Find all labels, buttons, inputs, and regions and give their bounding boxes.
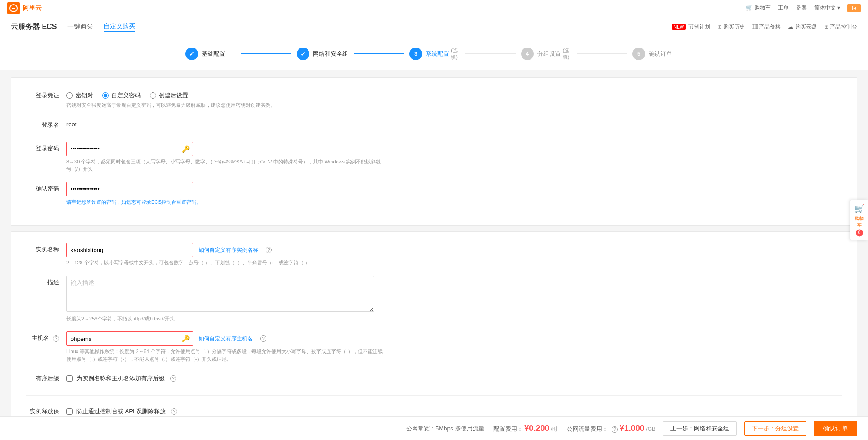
prev-step-button[interactable]: 上一步：网络和安全组 xyxy=(663,421,737,436)
top-nav: 阿里云 🛒 购物车 工单 备案 简体中文 ▾ Ie xyxy=(0,0,868,16)
ordered-suffix-checkbox[interactable] xyxy=(66,375,73,382)
config-fee-unit: /时 xyxy=(551,426,558,432)
step-5-number: 5 xyxy=(637,51,640,57)
hostname-howto-help-icon[interactable]: ? xyxy=(260,335,266,342)
instance-name-input[interactable] xyxy=(66,243,193,257)
login-password-label: 登录密码 xyxy=(26,142,66,153)
tab-custom-buy[interactable]: 自定义购买 xyxy=(104,22,135,32)
secondary-nav-left: 云服务器 ECS 一键购买 自定义购买 xyxy=(11,22,135,32)
confirm-password-content: 请牢记您所设置的密码，如遗忘可登录ECS控制台重置密码。 xyxy=(66,182,842,206)
logo-text: 阿里云 xyxy=(23,4,42,12)
float-cart-badge: 0 xyxy=(856,230,863,237)
history-link[interactable]: ⊙ 购买历史 xyxy=(717,23,745,31)
step-4: 4 分组设置 (选填) xyxy=(521,47,571,61)
login-password-row: 登录密码 🔑 8～30 个字符，必须同时包含三项（大写字母、小写字母、数字、()… xyxy=(26,142,842,173)
network-fee-help-icon[interactable]: ? xyxy=(612,426,618,433)
login-type-radio-group: 密钥对 自定义密码 创建后设置 xyxy=(66,89,842,100)
step-1-circle: ✓ xyxy=(185,48,198,60)
login-credential-content: 密钥对 自定义密码 创建后设置 密钥对安全强度远高于常规自定义密码，可以避免暴力… xyxy=(66,89,842,109)
login-password-wrapper: 🔑 xyxy=(66,142,193,156)
radio-keypair-input[interactable] xyxy=(66,92,73,99)
hostname-row: 主机名 ? 🔑 如何自定义有序主机名 ? Linux 等其他操作系统：长度为 2… xyxy=(26,331,842,363)
order-link[interactable]: 工单 xyxy=(778,4,789,12)
cloud-disk-icon: ☁ xyxy=(788,24,795,30)
bottom-bar: 公网常宽：5Mbps 按使用流量 配置费用： ¥0.200 /时 公网流量费用：… xyxy=(0,416,868,440)
step-4-circle: 4 xyxy=(521,48,534,60)
radio-custom-pwd[interactable]: 自定义密码 xyxy=(102,91,141,100)
step-line-4 xyxy=(577,53,627,54)
login-name-row: 登录名 root xyxy=(26,118,842,133)
confirm-password-hint: 请牢记您所设置的密码，如遗忘可登录ECS控制台重置密码。 xyxy=(66,198,383,206)
confirm-order-button[interactable]: 确认订单 xyxy=(814,421,857,436)
login-name-value: root xyxy=(66,118,842,128)
form-divider xyxy=(26,395,842,396)
login-credential-hint: 密钥对安全强度远高于常规自定义密码，可以避免暴力破解威胁，建议您使用密钥对创建实… xyxy=(66,101,383,109)
login-password-input[interactable] xyxy=(66,142,193,156)
step-3-circle: 3 xyxy=(409,48,422,60)
config-fee-amount: ¥0.200 xyxy=(524,424,549,433)
radio-keypair[interactable]: 密钥对 xyxy=(66,91,93,100)
user-avatar[interactable]: Ie xyxy=(847,4,861,12)
logo[interactable]: 阿里云 xyxy=(7,2,42,14)
secondary-nav-right: NEW 节省计划 ⊙ 购买历史 ▦ 产品价格 ☁ 购买云盘 ⊞ 产品控制台 xyxy=(672,23,857,31)
radio-later-label: 创建后设置 xyxy=(159,91,188,100)
ordered-suffix-help-icon[interactable]: ? xyxy=(170,375,176,382)
cloud-disk-link[interactable]: ☁ 购买云盘 xyxy=(788,23,816,31)
instance-name-howto-link[interactable]: 如何自定义有序实例名称 xyxy=(199,246,258,254)
instance-name-wrapper: 如何自定义有序实例名称 ? xyxy=(66,243,842,257)
hostname-input[interactable] xyxy=(66,331,193,346)
instance-protection-checkbox-item: 防止通过控制台或 API 误删除释放 ? xyxy=(66,405,842,416)
instance-name-label: 实例名称 xyxy=(26,243,66,253)
hostname-key-icon: 🔑 xyxy=(182,335,190,342)
nav-left: 阿里云 xyxy=(7,2,42,14)
step-3-optional: (选填) xyxy=(451,47,460,61)
instance-name-help-icon[interactable]: ? xyxy=(266,247,272,253)
console-icon: ⊞ xyxy=(824,24,830,30)
radio-custom-pwd-input[interactable] xyxy=(102,92,109,99)
step-5-label: 确认订单 xyxy=(649,50,672,58)
login-credential-row: 登录凭证 密钥对 自定义密码 创建后设置 密钥对安全 xyxy=(26,89,842,109)
login-credentials-card: 登录凭证 密钥对 自定义密码 创建后设置 密钥对安全 xyxy=(11,77,857,226)
confirm-password-input[interactable] xyxy=(66,182,193,196)
ordered-suffix-checkbox-item: 为实例名称和主机名添加有序后缀 ? xyxy=(66,372,842,383)
ordered-suffix-row: 有序后缀 为实例名称和主机名添加有序后缀 ? xyxy=(26,372,842,386)
instance-protection-content: 防止通过控制台或 API 误删除释放 ? xyxy=(66,405,842,416)
product-title: 云服务器 ECS xyxy=(11,22,57,32)
key-icon: 🔑 xyxy=(182,145,190,153)
hostname-wrapper: 🔑 如何自定义有序主机名 ? xyxy=(66,331,842,346)
step-3-label: 系统配置 xyxy=(426,50,449,58)
tab-quick-buy[interactable]: 一键购买 xyxy=(67,23,93,32)
steps-container: ✓ 基础配置 ✓ 网络和安全组 3 系统配置 (选填) 4 分组设置 xyxy=(0,38,868,70)
step-5-circle: 5 xyxy=(632,48,645,60)
price-link[interactable]: ▦ 产品价格 xyxy=(752,23,781,31)
main-content: 登录凭证 密钥对 自定义密码 创建后设置 密钥对安全 xyxy=(0,70,868,440)
save-badge: NEW xyxy=(672,24,686,30)
save-plan-link[interactable]: 节省计划 xyxy=(688,24,710,30)
hostname-hint: Linux 等其他操作系统：长度为 2～64 个字符，允许使用点号（.）分隔字符… xyxy=(66,348,383,363)
history-icon: ⊙ xyxy=(717,24,723,30)
instance-protection-help-icon[interactable]: ? xyxy=(171,408,177,415)
backup-link[interactable]: 备案 xyxy=(796,4,807,12)
instance-protection-checkbox[interactable] xyxy=(66,408,73,415)
description-textarea[interactable] xyxy=(66,276,374,312)
lang-select[interactable]: 简体中文 ▾ xyxy=(814,4,840,12)
step-2-label: 网络和安全组 xyxy=(313,50,348,58)
float-cart[interactable]: 🛒 购物车 0 xyxy=(850,199,868,240)
description-content: 长度为2～256个字符，不能以http://或https://开头 xyxy=(66,276,842,323)
hostname-help-icon[interactable]: ? xyxy=(53,335,59,342)
login-name-content: root xyxy=(66,118,842,128)
description-hint: 长度为2～256个字符，不能以http://或https://开头 xyxy=(66,315,383,323)
hostname-howto-link[interactable]: 如何自定义有序主机名 xyxy=(199,335,253,343)
console-link[interactable]: ⊞ 产品控制台 xyxy=(824,23,857,31)
check-icon-2: ✓ xyxy=(300,50,306,57)
step-3-number: 3 xyxy=(414,51,417,57)
hostname-label: 主机名 ? xyxy=(26,331,66,342)
next-step-button[interactable]: 下一步：分组设置 xyxy=(744,421,806,436)
radio-later-input[interactable] xyxy=(150,92,156,99)
step-1-label: 基础配置 xyxy=(202,50,225,58)
step-2-circle: ✓ xyxy=(297,48,309,60)
cart-link[interactable]: 🛒 购物车 xyxy=(746,4,770,12)
public-network-label: 公网常宽：5Mbps 按使用流量 xyxy=(406,425,484,433)
ordered-suffix-checkbox-label: 为实例名称和主机名添加有序后缀 xyxy=(76,374,165,383)
radio-later[interactable]: 创建后设置 xyxy=(150,91,188,100)
